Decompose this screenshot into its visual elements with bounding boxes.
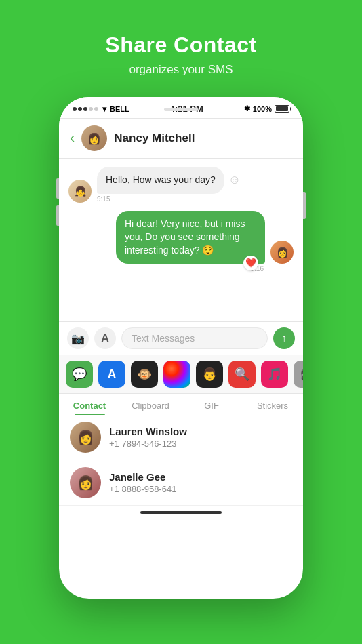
phone-speaker [164, 108, 198, 111]
tab-stickers[interactable]: Stickers [242, 394, 303, 415]
carrier-label: BELL [110, 105, 129, 113]
incoming-avatar: 👧 [68, 180, 92, 203]
contact-name-1: Lauren Winslow [109, 426, 292, 437]
app-icon-1-glyph: 💬 [72, 367, 87, 382]
chat-avatar-image: 👩 [81, 125, 107, 151]
chat-messages-area: 👧 Hello, How was your day? ☺ 9:15 [59, 159, 303, 321]
message-text-input[interactable]: Text Messages [121, 327, 268, 349]
incoming-text: Hello, How was your day? [106, 174, 216, 185]
outgoing-bubble: Hi dear! Very nice, but i miss you, Do y… [116, 211, 265, 264]
contact-avatar-1: 👩 [70, 422, 101, 453]
app-icon-4[interactable] [163, 361, 190, 388]
back-button[interactable]: ‹ [70, 129, 75, 147]
app-icon-6-glyph: 🔍 [235, 367, 249, 382]
app-icon-8[interactable]: 🎧 [294, 361, 303, 388]
outgoing-avatar: 👩 [270, 241, 294, 264]
contact-phone-1: +1 7894-546-123 [109, 439, 292, 449]
tab-clipboard[interactable]: Clipboard [120, 394, 181, 415]
app-icon-8-glyph: 🎧 [300, 367, 303, 382]
app-icon-1[interactable]: 💬 [66, 361, 93, 388]
reaction-heart: ❤️ [243, 256, 258, 270]
page-title: Share Contact [105, 33, 256, 58]
power-button [303, 192, 306, 219]
signal-dot-1 [73, 107, 77, 111]
phone-mockup: ▾ BELL 4:21 PM ✱ 100% ‹ 👩 Nancy Mitchell [59, 97, 303, 599]
battery-percent: 100% [253, 105, 272, 113]
send-icon: ↑ [281, 332, 287, 344]
app-icon-3-glyph: 🐵 [137, 367, 152, 382]
app-icon-7-glyph: 🎵 [267, 367, 282, 382]
phone-frame: ▾ BELL 4:21 PM ✱ 100% ‹ 👩 Nancy Mitchell [59, 97, 303, 599]
app-icon-3[interactable]: 🐵 [131, 361, 158, 388]
signal-dot-2 [78, 107, 82, 111]
app-icon-7[interactable]: 🎵 [261, 361, 288, 388]
battery-icon [275, 105, 289, 113]
app-icon-5[interactable]: 👨 [196, 361, 223, 388]
camera-button[interactable]: 📷 [67, 327, 89, 349]
battery-fill [276, 106, 288, 111]
incoming-time: 9:15 [97, 195, 241, 203]
bluetooth-icon: ✱ [244, 104, 250, 113]
chat-contact-name: Nancy Mitchell [114, 132, 292, 145]
contact-avatar-2: 👩 [70, 467, 101, 498]
input-placeholder: Text Messages [132, 333, 195, 344]
contact-info-2: Janelle Gee +1 8888-958-641 [109, 471, 292, 494]
header-section: Share Contact organizes your SMS [105, 0, 256, 90]
camera-icon: 📷 [71, 332, 85, 345]
appstore-button[interactable]: A [94, 327, 116, 349]
tab-contact[interactable]: Contact [59, 394, 120, 415]
app-icon-2-glyph: A [108, 367, 117, 382]
contact-phone-2: +1 8888-958-641 [109, 484, 292, 494]
smile-icon: ☺ [228, 173, 241, 187]
app-icon-6[interactable]: 🔍 [228, 361, 256, 388]
send-button[interactable]: ↑ [273, 327, 295, 349]
contact-avatar-2-img: 👩 [70, 467, 101, 498]
message-input-area: 📷 A Text Messages ↑ [59, 321, 303, 355]
app-icon-5-glyph: 👨 [202, 367, 217, 382]
contacts-list: 👩 Lauren Winslow +1 7894-546-123 👩 Janel… [59, 415, 303, 506]
message-row-outgoing: Hi dear! Very nice, but i miss you, Do y… [68, 211, 294, 273]
incoming-bubble: Hello, How was your day? [97, 167, 224, 194]
appstore-icon: A [101, 332, 109, 344]
signal-dot-5 [94, 107, 98, 111]
status-right: ✱ 100% [244, 104, 289, 113]
app-icons-row: 💬 A 🐵 👨 🔍 🎵 🎧 [59, 355, 303, 393]
phone-home-area [59, 506, 303, 519]
status-left: ▾ BELL [73, 104, 129, 114]
message-row-incoming: 👧 Hello, How was your day? ☺ 9:15 [68, 167, 294, 203]
tab-gif[interactable]: GIF [181, 394, 242, 415]
signal-dot-4 [89, 107, 93, 111]
signal-dots [73, 107, 98, 111]
page-subtitle: organizes your SMS [105, 63, 256, 77]
outgoing-text: Hi dear! Very nice, but i miss you, Do y… [125, 218, 245, 256]
contact-avatar-1-img: 👩 [70, 422, 101, 453]
wifi-icon: ▾ [102, 104, 106, 114]
contact-row-1[interactable]: 👩 Lauren Winslow +1 7894-546-123 [59, 415, 303, 460]
signal-dot-3 [83, 107, 87, 111]
contact-info-1: Lauren Winslow +1 7894-546-123 [109, 426, 292, 449]
chat-contact-avatar: 👩 [81, 125, 107, 151]
phone-home-bar [140, 511, 222, 514]
contact-name-2: Janelle Gee [109, 471, 292, 483]
app-icon-2[interactable]: A [98, 361, 125, 388]
contact-row-2[interactable]: 👩 Janelle Gee +1 8888-958-641 [59, 460, 303, 506]
keyboard-tabs: Contact Clipboard GIF Stickers [59, 393, 303, 415]
chat-header: ‹ 👩 Nancy Mitchell [59, 119, 303, 159]
